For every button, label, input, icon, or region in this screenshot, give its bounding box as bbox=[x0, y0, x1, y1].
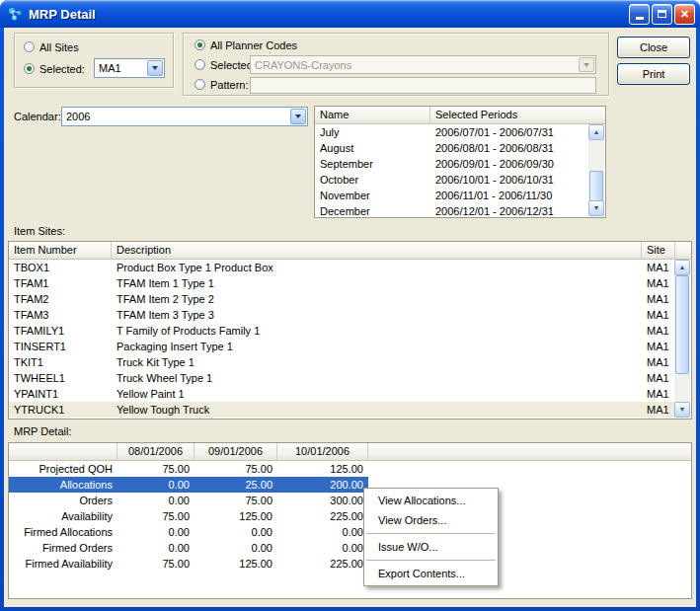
description-cell: Truck Kit Type 1 bbox=[112, 356, 642, 368]
menu-item-view-orders[interactable]: View Orders... bbox=[364, 510, 498, 530]
col-header-date-2[interactable]: 09/01/2006 bbox=[194, 443, 277, 460]
pattern-input[interactable] bbox=[250, 77, 596, 94]
item-number-cell: TFAM3 bbox=[9, 309, 112, 321]
radio-pattern[interactable]: Pattern: bbox=[194, 78, 249, 91]
scroll-up-icon[interactable]: ▲ bbox=[588, 124, 604, 140]
radio-all-sites[interactable]: All Sites bbox=[24, 40, 79, 53]
mrp-rows: Projected QOH 75.00 75.00 125.00 Allocat… bbox=[9, 461, 368, 572]
col-header-date-3[interactable]: 10/01/2006 bbox=[277, 443, 368, 460]
mrp-row-allocations-selected[interactable]: Allocations 0.00 25.00 200.00 bbox=[9, 477, 368, 493]
period-row[interactable]: August 2006/08/01 - 2006/08/31 bbox=[315, 140, 588, 156]
mrp-value-cell: 0.00 bbox=[117, 526, 194, 538]
item-site-row[interactable]: TKIT1 Truck Kit Type 1 MA1 bbox=[9, 354, 674, 370]
periods-table: Name Selected Periods July 2006/07/01 - … bbox=[314, 106, 606, 218]
scroll-down-icon[interactable]: ▼ bbox=[674, 402, 690, 418]
item-site-row[interactable]: TINSERT1 Packaging Insert Type 1 MA1 bbox=[9, 339, 674, 354]
site-cell: MA1 bbox=[642, 293, 674, 305]
item-sites-label: Item Sites: bbox=[14, 225, 65, 237]
period-range-cell: 2006/12/01 - 2006/12/31 bbox=[430, 205, 588, 217]
dropdown-button[interactable] bbox=[147, 60, 163, 76]
close-window-button[interactable]: ✕ bbox=[674, 4, 695, 25]
col-header-item-number[interactable]: Item Number bbox=[9, 242, 112, 259]
item-site-row[interactable]: TFAM3 TFAM Item 3 Type 3 MA1 bbox=[9, 307, 674, 323]
close-button[interactable]: Close bbox=[617, 37, 690, 58]
col-header-date-1[interactable]: 08/01/2006 bbox=[117, 443, 194, 460]
description-cell: Packaging Insert Type 1 bbox=[112, 341, 642, 352]
mrp-label-cell: Firmed Orders bbox=[9, 542, 117, 554]
period-row[interactable]: July 2006/07/01 - 2006/07/31 bbox=[315, 124, 588, 140]
period-range-cell: 2006/10/01 - 2006/10/31 bbox=[430, 174, 588, 186]
all-sites-label: All Sites bbox=[39, 41, 79, 53]
periods-scrollbar[interactable]: ▲ ▼ bbox=[588, 124, 604, 216]
minimize-button[interactable] bbox=[629, 4, 650, 25]
app-icon bbox=[7, 6, 24, 23]
planner-code-combo[interactable]: CRAYONS-Crayons bbox=[250, 55, 596, 74]
description-cell: Product Box Type 1 Product Box bbox=[112, 262, 642, 273]
titlebar[interactable]: MRP Detail ✕ bbox=[0, 0, 700, 28]
item-site-row[interactable]: TBOX1 Product Box Type 1 Product Box MA1 bbox=[9, 260, 674, 275]
description-cell: Yellow Paint 1 bbox=[112, 388, 642, 400]
item-site-row[interactable]: TWHEEL1 Truck Wheel Type 1 MA1 bbox=[9, 370, 674, 386]
period-row[interactable]: December 2006/12/01 - 2006/12/31 bbox=[315, 203, 588, 218]
period-name-cell: October bbox=[315, 174, 430, 186]
menu-item-issue-wo[interactable]: Issue W/O... bbox=[364, 537, 498, 557]
item-site-row[interactable]: TFAM1 TFAM Item 1 Type 1 MA1 bbox=[9, 275, 674, 291]
mrp-detail-label: MRP Detail: bbox=[14, 425, 71, 437]
calendar-combo[interactable]: 2006 bbox=[61, 107, 308, 126]
item-site-row[interactable]: TFAM2 TFAM Item 2 Type 2 MA1 bbox=[9, 291, 674, 307]
mrp-label-cell: Orders bbox=[9, 495, 117, 506]
mrp-row-projected-qoh[interactable]: Projected QOH 75.00 75.00 125.00 bbox=[9, 461, 368, 477]
period-row[interactable]: September 2006/09/01 - 2006/09/30 bbox=[315, 156, 588, 172]
item-site-row[interactable]: YPAINT1 Yellow Paint 1 MA1 bbox=[9, 386, 674, 402]
site-cell: MA1 bbox=[642, 309, 674, 321]
maximize-button[interactable] bbox=[652, 4, 672, 25]
scroll-up-icon[interactable]: ▲ bbox=[674, 260, 690, 275]
col-header-selected-periods[interactable]: Selected Periods bbox=[430, 107, 605, 123]
minimize-icon bbox=[636, 17, 644, 20]
dropdown-button[interactable] bbox=[579, 57, 594, 72]
selected-site-label: Selected: bbox=[39, 63, 85, 75]
col-header-description[interactable]: Description bbox=[112, 242, 642, 259]
scrollbar-thumb[interactable] bbox=[675, 275, 689, 374]
mrp-value-cell: 25.00 bbox=[194, 479, 277, 491]
item-sites-rows: TBOX1 Product Box Type 1 Product Box MA1… bbox=[9, 260, 674, 418]
period-name-cell: December bbox=[315, 205, 430, 217]
period-row[interactable]: October 2006/10/01 - 2006/10/31 bbox=[315, 172, 588, 188]
mrp-row-firmed-allocations[interactable]: Firmed Allocations 0.00 0.00 0.00 bbox=[9, 524, 368, 540]
radio-selected-planner[interactable]: Selected: bbox=[194, 58, 256, 71]
menu-separator bbox=[366, 533, 496, 534]
item-number-cell: TFAM1 bbox=[9, 277, 112, 289]
menu-item-view-allocations[interactable]: View Allocations... bbox=[364, 491, 498, 510]
period-row[interactable]: November 2006/11/01 - 2006/11/30 bbox=[315, 188, 588, 203]
menu-item-export-contents[interactable]: Export Contents... bbox=[364, 564, 498, 583]
site-combo[interactable]: MA1 bbox=[94, 58, 165, 78]
item-site-row[interactable]: TFAMILY1 T Family of Products Family 1 M… bbox=[9, 323, 674, 339]
col-header-name[interactable]: Name bbox=[315, 107, 430, 123]
mrp-value-cell: 75.00 bbox=[117, 510, 194, 522]
mrp-row-availability[interactable]: Availability 75.00 125.00 225.00 bbox=[9, 508, 368, 524]
all-planner-codes-label: All Planner Codes bbox=[210, 39, 297, 51]
mrp-value-cell: 0.00 bbox=[277, 542, 368, 554]
col-header-blank[interactable] bbox=[9, 443, 117, 460]
item-number-cell: YTRUCK1 bbox=[9, 404, 112, 416]
mrp-row-firmed-orders[interactable]: Firmed Orders 0.00 0.00 0.00 bbox=[9, 540, 368, 556]
window-title: MRP Detail bbox=[29, 7, 629, 22]
item-number-cell: TFAMILY1 bbox=[9, 325, 112, 337]
mrp-header: 08/01/2006 09/01/2006 10/01/2006 bbox=[9, 443, 691, 461]
site-cell: MA1 bbox=[642, 341, 674, 352]
radio-all-planner-codes[interactable]: All Planner Codes bbox=[194, 38, 297, 51]
dropdown-button[interactable] bbox=[290, 109, 306, 124]
mrp-row-firmed-availability[interactable]: Firmed Availability 75.00 125.00 225.00 bbox=[9, 556, 368, 572]
mrp-row-orders[interactable]: Orders 0.00 75.00 300.00 bbox=[9, 493, 368, 508]
scroll-down-icon[interactable]: ▼ bbox=[588, 200, 604, 216]
print-button[interactable]: Print bbox=[617, 63, 690, 85]
mrp-value-cell: 75.00 bbox=[117, 558, 194, 570]
item-sites-scrollbar[interactable]: ▲ ▼ bbox=[674, 260, 690, 418]
scrollbar-thumb[interactable] bbox=[589, 171, 603, 201]
mrp-label-cell: Availability bbox=[9, 510, 117, 522]
item-site-row-selected[interactable]: YTRUCK1 Yellow Tough Truck MA1 bbox=[9, 402, 674, 418]
col-header-site[interactable]: Site bbox=[642, 242, 675, 259]
mrp-value-cell: 200.00 bbox=[277, 479, 368, 491]
radio-selected-site[interactable]: Selected: bbox=[24, 62, 85, 75]
mrp-value-cell: 0.00 bbox=[194, 542, 277, 554]
